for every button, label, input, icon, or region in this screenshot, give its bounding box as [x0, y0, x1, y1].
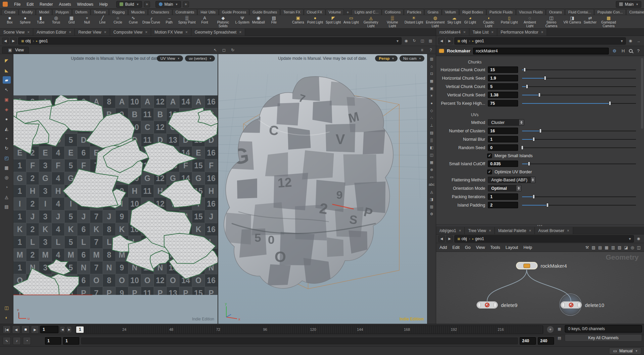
range-start2-field[interactable] [63, 337, 79, 345]
back-button[interactable]: ◀ [438, 235, 445, 242]
ortho-view-icon[interactable]: ▦ [429, 78, 435, 84]
view-layout-icon[interactable]: ▥ [429, 56, 435, 61]
network-canvas[interactable]: Geometry rockMaker4 delete9 [436, 252, 644, 324]
split-pane-icon[interactable]: ◫ [637, 245, 641, 250]
snapshot-icon[interactable]: ◫ [419, 38, 426, 44]
viewport-help-icon[interactable]: ? [428, 48, 434, 52]
environment-light-tool[interactable]: ◍ Environment Light [424, 15, 446, 28]
current-frame-marker[interactable]: 1 [76, 326, 84, 333]
key-all-channels-button[interactable]: Key All Channels [565, 334, 642, 342]
tube-tool[interactable]: ▮ Tube [33, 15, 48, 28]
palette-icon[interactable]: ▨ [592, 245, 595, 250]
torus-tool[interactable]: ◎ Torus [48, 15, 64, 28]
sculpt-tool-icon[interactable]: ◭ [3, 125, 11, 132]
back-button[interactable]: ◀ [2, 38, 9, 44]
slider-handle[interactable] [533, 194, 535, 199]
slider-handle[interactable] [546, 203, 549, 207]
slider-handle[interactable] [609, 101, 611, 105]
sync-icon[interactable]: ↻ [411, 38, 418, 44]
path-field[interactable]: ▦obj › ▸geo1 ▾ [18, 37, 402, 45]
menubar-item[interactable]: Help [96, 1, 111, 8]
path-dropdown-icon[interactable]: ▾ [629, 236, 631, 241]
slider-handle[interactable] [523, 68, 526, 72]
param-value-field[interactable]: 0.035 [488, 161, 518, 167]
timeline-zoom-icon[interactable]: + [547, 326, 554, 333]
gamepad-camera-tool[interactable]: ▩ Gamepad Camera [598, 15, 619, 28]
view-tab[interactable]: ▣ View [2, 47, 29, 53]
shelf-tab[interactable]: Rigid Bodies [459, 9, 486, 15]
shelf-tab[interactable]: Create [1, 9, 18, 15]
path-dropdown-icon[interactable]: ▾ [397, 39, 399, 43]
key-icon[interactable]: ▤ [556, 336, 563, 340]
background-icon[interactable]: ◧ [429, 145, 435, 150]
uv-tool-icon[interactable]: ▦ [3, 164, 11, 171]
desktop-dropdown[interactable]: Build ▾ [116, 1, 142, 8]
volume-light-tool[interactable]: ▒ Volume Light [382, 15, 403, 28]
node-body[interactable] [560, 301, 582, 309]
param-menu[interactable]: Cluster [488, 119, 524, 126]
shelf-tab[interactable]: Constraints [173, 9, 197, 15]
list-tool-icon[interactable]: ▤ [3, 203, 11, 210]
refine-select-icon[interactable]: ↻ [230, 48, 236, 52]
network-menu-item[interactable]: View [476, 245, 485, 250]
pane-tab[interactable]: Animation Editor × [33, 29, 75, 36]
shelf-tab[interactable]: Fluid Contai... [565, 9, 594, 15]
pin-icon[interactable]: ◉ [635, 235, 642, 242]
pane-splitter[interactable]: ••• [436, 224, 644, 227]
metaball-tool[interactable]: ◉ Metaball [251, 15, 266, 28]
shelf-tab[interactable]: Vellum [442, 9, 459, 15]
paint-brush-tool-icon[interactable]: ◤ [3, 57, 11, 64]
channels-grid-icon[interactable]: ▦ [556, 327, 563, 331]
param-slider[interactable] [522, 129, 636, 133]
scene-dropdown[interactable]: Main ▾ [155, 1, 181, 8]
help-icon[interactable]: H [620, 48, 626, 53]
node-flag-right[interactable] [578, 303, 581, 307]
gear-icon[interactable]: ⚙ [611, 48, 617, 53]
param-value-field[interactable]: 16 [488, 128, 518, 134]
node-rockmaker4[interactable]: rockMaker4 [516, 262, 567, 269]
param-slider[interactable] [522, 203, 636, 207]
pin-icon[interactable]: ◉ [403, 38, 410, 44]
annotation-abc-icon[interactable]: abc [429, 182, 435, 187]
frame-view-icon[interactable]: ⊡ [429, 71, 435, 76]
node-name[interactable]: delete9 [501, 302, 517, 308]
param-value-field[interactable]: 1.38 [488, 92, 518, 98]
checkbox[interactable]: ✓ [487, 170, 492, 174]
grid-view-icon[interactable]: ▦ [605, 245, 608, 250]
breadcrumb-geo1[interactable]: ▸geo1 [472, 39, 484, 43]
home-view-icon[interactable]: ⌂ [429, 63, 435, 69]
slider-handle[interactable] [539, 129, 542, 133]
close-tab-icon[interactable]: × [145, 30, 147, 35]
transparency-icon[interactable]: ▒ [429, 137, 435, 143]
close-tab-icon[interactable]: × [529, 228, 531, 233]
snapshot-view-icon[interactable]: ◫ [429, 152, 435, 158]
network-menu-item[interactable]: Tools [490, 245, 500, 250]
menubar-item[interactable]: Assets [56, 1, 74, 8]
stereo-camera-tool[interactable]: ◫ Stereo Camera [541, 15, 562, 28]
display-toggle-icon[interactable]: ◐ [3, 314, 11, 321]
gizmo-icon[interactable]: ⊕ [429, 167, 435, 172]
close-tab-icon[interactable]: × [567, 228, 569, 233]
stroke-tool-icon[interactable]: ▰ [3, 76, 11, 84]
close-tab-icon[interactable]: × [104, 30, 106, 35]
pane-tab[interactable]: Scene View × [0, 29, 33, 36]
pane-tab[interactable]: Performance Monitor × [497, 29, 547, 36]
forward-button[interactable]: ▶ [10, 38, 17, 44]
param-slider[interactable] [522, 68, 636, 72]
ambient-light-tool[interactable]: ◌ Ambient Light [519, 15, 541, 28]
texture-display-icon[interactable]: ▨ [429, 130, 435, 135]
update-mode-dropdown[interactable]: ▭ Manual ▾ [609, 348, 641, 354]
param-value-field[interactable]: 75 [488, 100, 518, 106]
close-tab-icon[interactable]: × [459, 228, 461, 233]
slider-handle[interactable] [538, 93, 541, 97]
display-dropdown[interactable]: Main ▾ [616, 1, 641, 8]
shelf-tab[interactable]: Guide Brushes [249, 9, 280, 15]
select-tool-icon[interactable]: ↖ [3, 86, 11, 93]
camera-menu[interactable]: Persp▾ [375, 55, 398, 61]
shelf-tab[interactable]: Model [36, 9, 52, 15]
geometry-light-tool[interactable]: ◬ Geometry Light [360, 15, 382, 28]
gi-light-tool[interactable]: ◕ GI Light [462, 15, 478, 28]
network-menu-item[interactable]: Add [440, 245, 447, 250]
close-tab-icon[interactable]: × [27, 30, 30, 35]
param-value-field[interactable]: 15 [488, 66, 518, 73]
